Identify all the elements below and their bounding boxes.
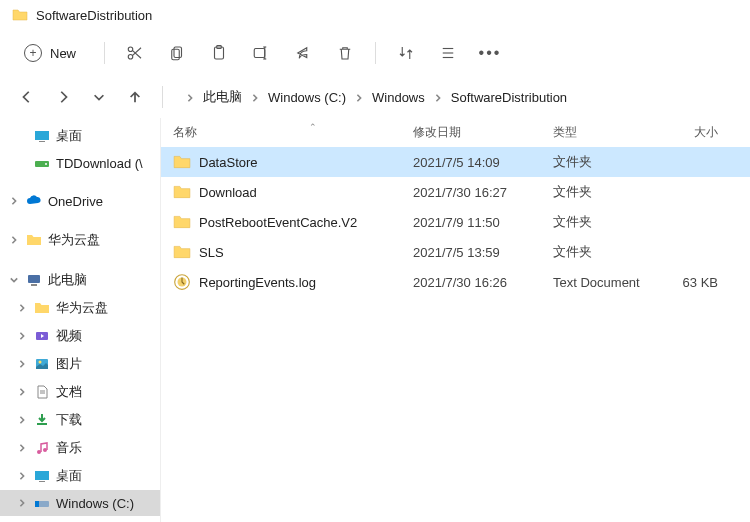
table-row[interactable]: ReportingEvents.log2021/7/30 16:26Text D…	[161, 267, 750, 297]
tree-spacer	[16, 157, 28, 169]
sort-button[interactable]	[386, 35, 426, 71]
forward-button[interactable]	[48, 82, 78, 112]
column-label: 大小	[694, 125, 718, 139]
table-row[interactable]: PostRebootEventCache.V22021/7/9 11:50文件夹	[161, 207, 750, 237]
more-button[interactable]: •••	[470, 35, 510, 71]
folder-icon	[173, 243, 191, 261]
sidebar-item-label: 文档	[56, 383, 82, 401]
arrow-left-icon	[20, 90, 34, 104]
sidebar-item-label: 下载	[56, 411, 82, 429]
sidebar-item-thispc[interactable]: 此电脑	[0, 266, 160, 294]
divider	[104, 42, 105, 64]
sidebar-item-pictures[interactable]: 图片	[0, 350, 160, 378]
svg-rect-4	[174, 47, 182, 58]
sidebar-item-music[interactable]: 音乐	[0, 434, 160, 462]
view-button[interactable]	[428, 35, 468, 71]
cell-date: 2021/7/30 16:27	[413, 185, 553, 200]
rename-button[interactable]	[241, 35, 281, 71]
drive-icon	[34, 495, 50, 511]
chevron-right-icon	[16, 414, 28, 426]
desktop-icon	[34, 128, 50, 144]
toolbar: + New •••	[0, 30, 750, 76]
sidebar-item-desktop[interactable]: 桌面	[0, 122, 160, 150]
breadcrumb-label: Windows	[372, 90, 425, 105]
breadcrumb-thispc[interactable]: 此电脑	[199, 86, 246, 108]
clipboard-icon	[210, 44, 228, 62]
table-row[interactable]: Download2021/7/30 16:27文件夹	[161, 177, 750, 207]
new-button[interactable]: + New	[12, 38, 88, 68]
up-button[interactable]	[120, 82, 150, 112]
cell-name: DataStore	[173, 153, 413, 171]
table-row[interactable]: SLS2021/7/5 13:59文件夹	[161, 237, 750, 267]
folder-icon	[26, 232, 42, 248]
column-label: 名称	[173, 124, 197, 141]
back-button[interactable]	[12, 82, 42, 112]
ellipsis-icon: •••	[479, 44, 502, 62]
sidebar-item-label: Windows (C:)	[56, 496, 134, 511]
sidebar-item-videos[interactable]: 视频	[0, 322, 160, 350]
divider	[162, 86, 163, 108]
breadcrumb-current[interactable]: SoftwareDistribution	[447, 88, 571, 107]
share-icon	[294, 44, 312, 62]
svg-rect-16	[39, 141, 45, 142]
titlebar: SoftwareDistribution	[0, 0, 750, 30]
log-icon	[173, 273, 191, 291]
sidebar-item-cdrive[interactable]: Windows (C:)	[0, 490, 160, 516]
music-icon	[34, 440, 50, 456]
sidebar-item-documents[interactable]: 文档	[0, 378, 160, 406]
sidebar-item-huawei[interactable]: 华为云盘	[0, 226, 160, 254]
chevron-right-icon	[8, 195, 20, 207]
column-size[interactable]: 大小	[673, 124, 738, 141]
cell-type: 文件夹	[553, 153, 673, 171]
breadcrumb-cdrive[interactable]: Windows (C:)	[264, 88, 350, 107]
breadcrumb-label: Windows (C:)	[268, 90, 346, 105]
sidebar-item-label: 音乐	[56, 439, 82, 457]
drive-icon	[34, 155, 50, 171]
share-button[interactable]	[283, 35, 323, 71]
copy-button[interactable]	[157, 35, 197, 71]
sidebar-item-downloads[interactable]: 下载	[0, 406, 160, 434]
svg-rect-31	[35, 501, 39, 507]
cell-name: Download	[173, 183, 413, 201]
sort-icon	[397, 44, 415, 62]
cell-size: 63 KB	[673, 275, 738, 290]
svg-rect-20	[31, 284, 37, 286]
sort-indicator-icon: ⌃	[309, 122, 317, 132]
sidebar-item-onedrive[interactable]: OneDrive	[0, 188, 160, 214]
tree-spacer	[16, 130, 28, 142]
sidebar-item-tddownload[interactable]: TDDownload (\	[0, 150, 160, 176]
paste-button[interactable]	[199, 35, 239, 71]
content: ⌃ 名称 修改日期 类型 大小 DataStore2021/7/5 14:09文…	[160, 118, 750, 522]
sidebar-item-huawei2[interactable]: 华为云盘	[0, 294, 160, 322]
recent-button[interactable]	[84, 82, 114, 112]
sidebar-item-label: 此电脑	[48, 271, 87, 289]
cell-date: 2021/7/5 14:09	[413, 155, 553, 170]
breadcrumb-windows[interactable]: Windows	[368, 88, 429, 107]
cut-button[interactable]	[115, 35, 155, 71]
cell-date: 2021/7/5 13:59	[413, 245, 553, 260]
address-bar[interactable]: 此电脑 Windows (C:) Windows SoftwareDistrib…	[175, 82, 738, 112]
svg-point-18	[45, 163, 47, 165]
cell-type: 文件夹	[553, 213, 673, 231]
scissors-icon	[126, 44, 144, 62]
sidebar-item-label: OneDrive	[48, 194, 103, 209]
list-icon	[439, 44, 457, 62]
pictures-icon	[34, 356, 50, 372]
folder-icon	[173, 153, 191, 171]
arrow-right-icon	[56, 90, 70, 104]
trash-icon	[336, 44, 354, 62]
chevron-right-icon	[16, 302, 28, 314]
desktop-icon	[34, 468, 50, 484]
svg-point-23	[39, 361, 42, 364]
table-row[interactable]: DataStore2021/7/5 14:09文件夹	[161, 147, 750, 177]
column-label: 修改日期	[413, 125, 461, 139]
chevron-right-icon	[8, 234, 20, 246]
column-name[interactable]: 名称	[173, 124, 413, 141]
sidebar-item-desktop2[interactable]: 桌面	[0, 462, 160, 490]
breadcrumb-label: 此电脑	[203, 88, 242, 106]
pc-icon	[26, 272, 42, 288]
delete-button[interactable]	[325, 35, 365, 71]
column-type[interactable]: 类型	[553, 124, 673, 141]
column-date[interactable]: 修改日期	[413, 124, 553, 141]
sidebar-item-label: 华为云盘	[56, 299, 108, 317]
